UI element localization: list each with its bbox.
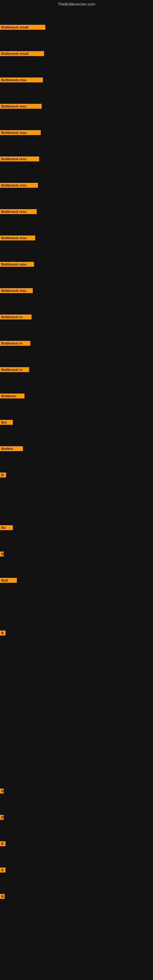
bar-row: Bottleneck resu bbox=[0, 156, 39, 161]
bar-label: Bottleneck resu bbox=[0, 156, 39, 161]
bar-row: B bbox=[0, 868, 5, 872]
bar-row: B bbox=[0, 815, 4, 820]
bar-label: Bottleneck resu bbox=[0, 78, 43, 83]
bar-label: B bbox=[0, 789, 4, 794]
bar-row: Bottleneck re bbox=[0, 341, 30, 346]
bar-label: Bottlen bbox=[0, 446, 23, 451]
bar-row: Bottleneck result bbox=[0, 51, 44, 56]
bar-row: B bbox=[0, 894, 5, 899]
bar-row: Bo bbox=[0, 525, 13, 530]
bar-label: Bott bbox=[0, 578, 17, 583]
bar-row: B bbox=[0, 552, 4, 557]
bar-label: B bbox=[0, 868, 5, 872]
site-title: TheBottlenecker.com bbox=[0, 0, 153, 8]
bar-row: Bot bbox=[0, 420, 13, 425]
bar-row: B bbox=[0, 841, 5, 846]
bar-label: B bbox=[0, 630, 5, 635]
bar-row: Bottleneck resu bbox=[0, 183, 38, 188]
bar-label: B bbox=[0, 894, 5, 899]
bar-row: B bbox=[0, 473, 6, 477]
bar-row: Bottleneck resu bbox=[0, 209, 37, 214]
bar-label: Bottleneck re bbox=[0, 367, 29, 372]
bar-label: Bottleneck resu bbox=[0, 288, 33, 293]
bar-label: Bottleneck resu bbox=[0, 262, 34, 267]
bar-label: Bottleneck resu bbox=[0, 209, 37, 214]
bar-row: Bottleneck resu bbox=[0, 78, 43, 83]
bar-label: B bbox=[0, 841, 5, 846]
bar-label: Bottleneck resu bbox=[0, 183, 38, 188]
bar-label: Bottleneck resu bbox=[0, 130, 41, 135]
bar-row: Bottlenec bbox=[0, 393, 24, 398]
bar-label: Bottleneck re bbox=[0, 341, 30, 346]
bar-row: Bottlen bbox=[0, 446, 23, 451]
bar-label: Bottleneck result bbox=[0, 51, 44, 56]
bar-row: B bbox=[0, 630, 5, 635]
bar-label: Bottleneck re bbox=[0, 315, 32, 320]
bar-label: Bot bbox=[0, 420, 13, 425]
bar-label: B bbox=[0, 815, 4, 820]
bar-label: Bottleneck result bbox=[0, 25, 45, 30]
bar-row: Bottleneck resu bbox=[0, 262, 34, 267]
bar-row: Bottleneck re bbox=[0, 315, 32, 320]
bar-row: Bottleneck resu bbox=[0, 130, 41, 135]
bar-row: Bottleneck resu bbox=[0, 288, 33, 293]
bar-label: B bbox=[0, 473, 6, 477]
bar-label: Bo bbox=[0, 525, 13, 530]
bar-row: Bottleneck result bbox=[0, 25, 45, 30]
bar-label: Bottleneck resu bbox=[0, 235, 35, 240]
bar-row: Bott bbox=[0, 578, 17, 583]
bar-label: B bbox=[0, 552, 4, 557]
bar-label: Bottlenec bbox=[0, 393, 24, 398]
bar-row: Bottleneck re bbox=[0, 367, 29, 372]
bar-label: Bottleneck resu bbox=[0, 104, 41, 109]
bar-row: Bottleneck resu bbox=[0, 235, 35, 240]
bar-row: Bottleneck resu bbox=[0, 104, 41, 109]
bar-row: B bbox=[0, 789, 4, 794]
